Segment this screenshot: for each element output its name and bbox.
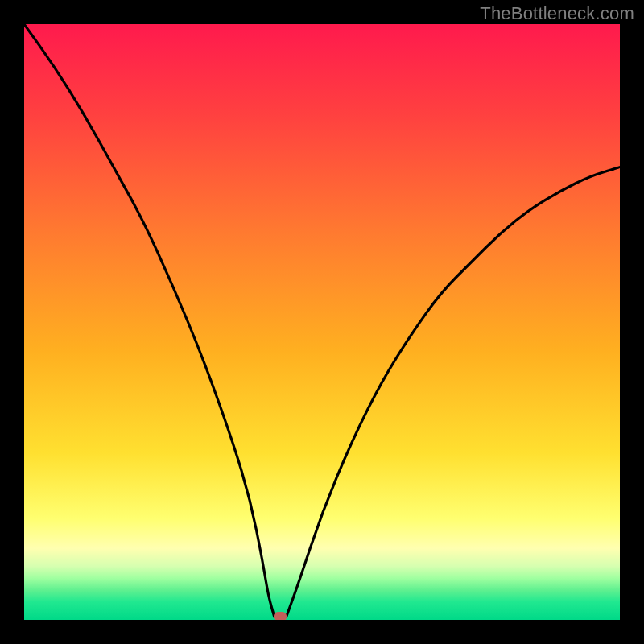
curve-path — [24, 24, 620, 617]
min-marker — [274, 612, 287, 620]
plot-area — [24, 24, 620, 620]
watermark-text: TheBottleneck.com — [480, 3, 634, 24]
bottleneck-curve — [24, 24, 620, 620]
chart-frame: TheBottleneck.com — [0, 0, 644, 644]
